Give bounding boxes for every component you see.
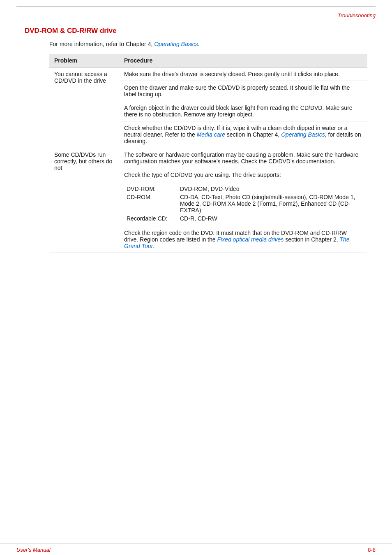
- section-heading: DVD-ROM & CD-R/RW drive: [25, 27, 367, 35]
- drive-types-table: DVD-ROM: DVD-ROM, DVD-Video CD-ROM: CD-D…: [124, 185, 362, 223]
- table-header-row: Problem Procedure: [49, 54, 367, 67]
- recordable-value: CD-R, CD-RW: [178, 214, 362, 223]
- table-row: CD-ROM: CD-DA, CD-Text, Photo CD (single…: [124, 193, 362, 214]
- top-rule: [16, 6, 376, 7]
- table-row: You cannot access a CD/DVD in the drive …: [49, 67, 367, 81]
- cd-rom-value: CD-DA, CD-Text, Photo CD (single/multi-s…: [178, 193, 362, 214]
- problem-text-1: You cannot access a CD/DVD in the drive: [54, 71, 107, 84]
- operating-basics-link-1[interactable]: Operating Basics: [281, 131, 325, 138]
- procedure-text-2-last-b: section in Chapter 2,: [284, 236, 339, 243]
- dvd-rom-label: DVD-ROM:: [124, 185, 178, 193]
- col-procedure-header: Procedure: [119, 54, 367, 67]
- footer-left: User's Manual: [16, 547, 51, 553]
- table-row: Recordable CD: CD-R, CD-RW: [124, 214, 362, 223]
- problem-cell-1: You cannot access a CD/DVD in the drive: [49, 67, 119, 148]
- procedure-cell-2-3: Check the region code on the DVD. It mus…: [119, 226, 367, 253]
- main-table: Problem Procedure You cannot access a CD…: [49, 54, 367, 253]
- procedure-text-2-1: The software or hardware configuration m…: [124, 151, 358, 165]
- page: Troubleshooting DVD-ROM & CD-R/RW drive …: [0, 6, 392, 555]
- fixed-optical-link[interactable]: Fixed optical media drives: [217, 236, 284, 243]
- page-header: Troubleshooting: [0, 10, 392, 19]
- procedure-text-1-4b: section in Chapter 4,: [225, 131, 281, 138]
- recordable-label: Recordable CD:: [124, 214, 178, 223]
- procedure-text-1-3: A foreign object in the drawer could blo…: [124, 104, 353, 118]
- procedure-cell-2-1: The software or hardware configuration m…: [119, 148, 367, 168]
- procedure-cell-1-3: A foreign object in the drawer could blo…: [119, 101, 367, 121]
- problem-cell-2: Some CD/DVDs run correctly, but others d…: [49, 148, 119, 253]
- table-row: Some CD/DVDs run correctly, but others d…: [49, 148, 367, 168]
- procedure-text-2-last-c: .: [153, 243, 154, 249]
- procedure-text-2-2: Check the type of CD/DVD you are using. …: [124, 172, 281, 178]
- intro-paragraph: For more information, refer to Chapter 4…: [25, 41, 367, 47]
- procedure-text-1-2: Open the drawer and make sure the CD/DVD…: [124, 84, 350, 98]
- procedure-cell-2-2: Check the type of CD/DVD you are using. …: [119, 168, 367, 226]
- col-problem-header: Problem: [49, 54, 119, 67]
- operating-basics-link-intro[interactable]: Operating Basics: [154, 41, 198, 47]
- procedure-text-1-1: Make sure the drive's drawer is securely…: [124, 71, 340, 77]
- dvd-rom-value: DVD-ROM, DVD-Video: [178, 185, 362, 193]
- intro-text-after: .: [198, 41, 200, 47]
- procedure-cell-1-4: Check whether the CD/DVD is dirty. If it…: [119, 121, 367, 148]
- main-content: DVD-ROM & CD-R/RW drive For more informa…: [0, 19, 392, 261]
- header-title: Troubleshooting: [338, 12, 376, 19]
- cd-rom-label: CD-ROM:: [124, 193, 178, 214]
- procedure-cell-1-2: Open the drawer and make sure the CD/DVD…: [119, 81, 367, 101]
- procedure-cell-1-1: Make sure the drive's drawer is securely…: [119, 67, 367, 81]
- page-footer: User's Manual 8-8: [0, 543, 392, 553]
- problem-text-2: Some CD/DVDs run correctly, but others d…: [54, 151, 112, 171]
- footer-right: 8-8: [368, 547, 376, 553]
- media-care-link[interactable]: Media care: [197, 131, 225, 138]
- table-row: DVD-ROM: DVD-ROM, DVD-Video: [124, 185, 362, 193]
- intro-text-before: For more information, refer to Chapter 4…: [49, 41, 154, 47]
